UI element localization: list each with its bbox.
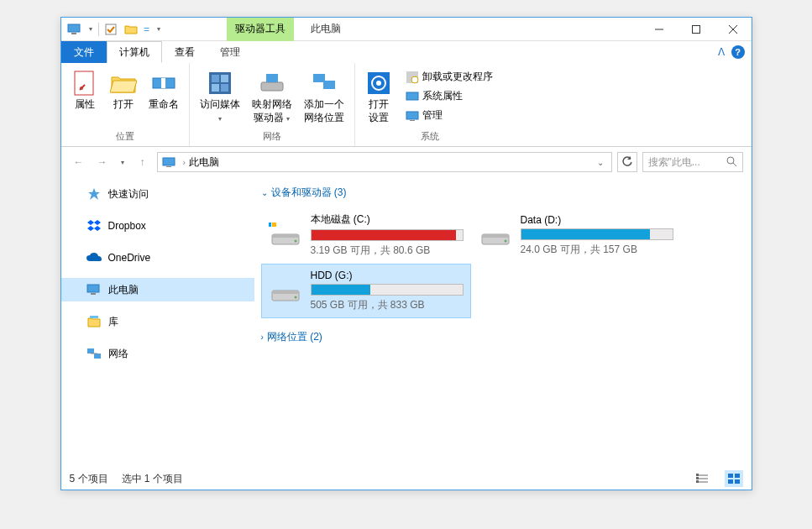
svg-rect-7 [75,71,93,95]
qat-this-pc-icon[interactable] [65,20,85,39]
back-button[interactable]: ← [70,153,88,171]
drive-item[interactable]: Data (D:)24.0 GB 可用，共 157 GB [471,207,681,264]
tab-view[interactable]: 查看 [162,41,207,63]
qat-separator [98,23,99,36]
add-location-icon [311,70,338,97]
sidebar-item-this-pc[interactable]: 此电脑 [61,278,254,301]
map-drive-icon [259,70,286,97]
properties-icon [71,70,98,97]
open-button[interactable]: 打开 [105,66,142,115]
details-view-button[interactable] [693,470,711,487]
ribbon-group-location: 属性 打开 重命名 位置 [61,63,190,146]
drive-icon [269,279,302,304]
minimize-button[interactable] [641,18,678,41]
manage-button[interactable]: 管理 [402,107,496,124]
sidebar-item-quick-access[interactable]: 快速访问 [61,182,254,206]
svg-rect-55 [696,477,699,479]
address-dropdown[interactable]: ⌄ [593,156,608,168]
maximize-button[interactable] [678,18,715,41]
drive-capacity-bar [311,284,464,296]
svg-rect-57 [728,474,733,478]
tab-manage[interactable]: 管理 [207,41,253,63]
forward-button[interactable]: → [93,153,112,171]
breadcrumb-chevron-icon[interactable]: › [183,158,186,167]
add-network-location-button[interactable]: 添加一个 网络位置 [299,66,349,128]
refresh-button[interactable] [617,152,637,172]
collapse-ribbon-icon[interactable]: ᐱ [718,46,725,58]
sidebar-item-libraries[interactable]: 库 [61,310,254,333]
ribbon-group-network: 访问媒体▾ 映射网络 驱动器 ▾ 添加一个 网络位置 网络 [190,63,355,146]
svg-rect-13 [221,75,228,82]
svg-point-50 [294,296,296,298]
drive-capacity-bar [521,228,673,240]
title-bar: ▾ = ▾ 驱动器工具 此电脑 [61,18,752,41]
drive-icon [479,223,512,248]
sidebar-item-network[interactable]: 网络 [61,342,254,365]
sidebar-item-dropbox[interactable]: Dropbox [61,214,254,238]
section-devices-drives[interactable]: ⌄ 设备和驱动器 (3) [261,184,745,207]
search-placeholder: 搜索"此电... [648,155,726,170]
uninstall-icon [406,71,419,84]
svg-rect-43 [269,223,271,227]
section-network-locations[interactable]: › 网络位置 (2) [261,328,745,351]
status-selection: 选中 1 个项目 [122,472,183,486]
uninstall-button[interactable]: 卸载或更改程序 [402,68,496,86]
window-controls [641,18,752,41]
svg-line-31 [733,163,736,166]
up-button[interactable]: ↑ [134,153,152,171]
svg-rect-32 [87,285,99,292]
main-area: 快速访问 Dropbox OneDrive 此电脑 库 [61,177,752,466]
qat-folder-icon[interactable] [121,20,141,39]
svg-rect-28 [163,158,175,165]
svg-point-22 [376,81,381,86]
tab-computer[interactable]: 计算机 [107,41,162,63]
breadcrumb-location[interactable]: 此电脑 [189,155,219,170]
help-icon[interactable]: ? [731,45,745,59]
svg-rect-59 [728,479,733,484]
svg-rect-12 [212,75,219,82]
access-media-button[interactable]: 访问媒体▾ [195,66,245,128]
onedrive-icon [86,250,102,265]
svg-rect-4 [692,25,699,33]
status-bar: 5 个项目 选中 1 个项目 [61,468,752,490]
close-button[interactable] [715,18,752,41]
qat-dropdown-2[interactable]: ▾ [153,25,165,33]
svg-rect-15 [221,84,228,92]
ribbon-group-label-network: 网络 [195,128,349,144]
svg-rect-54 [696,474,699,476]
dropbox-icon [86,218,102,233]
sidebar-item-onedrive[interactable]: OneDrive [61,246,254,270]
quick-access-toolbar: ▾ = ▾ [61,18,168,40]
ribbon-group-system: 打开 设置 卸载或更改程序 系统属性 管理 [355,63,505,146]
svg-rect-44 [272,223,276,227]
svg-rect-34 [90,316,98,318]
ribbon-group-label-location: 位置 [66,128,184,144]
search-box[interactable]: 搜索"此电... [642,152,743,172]
svg-point-8 [80,86,83,90]
system-properties-button[interactable]: 系统属性 [402,87,496,105]
drive-item[interactable]: 本地磁盘 (C:)3.19 GB 可用，共 80.6 GB [261,207,471,264]
qat-equals-icon[interactable]: = [141,24,153,35]
svg-rect-49 [272,291,299,294]
tab-file[interactable]: 文件 [61,41,107,63]
content-pane: ⌄ 设备和驱动器 (3) 本地磁盘 (C:)3.19 GB 可用，共 80.6 … [254,177,752,466]
svg-rect-35 [87,348,94,354]
open-settings-button[interactable]: 打开 设置 [360,66,397,128]
svg-rect-27 [410,120,415,121]
this-pc-sidebar-icon [86,282,102,297]
ribbon: 属性 打开 重命名 位置 [61,63,752,147]
svg-rect-18 [313,74,325,82]
properties-button[interactable]: 属性 [66,66,103,115]
svg-point-30 [727,157,734,164]
history-dropdown[interactable]: ▾ [117,153,128,171]
address-bar[interactable]: › 此电脑 ⌄ [157,152,612,172]
qat-dropdown-1[interactable]: ▾ [85,25,97,33]
open-folder-icon [110,70,137,97]
qat-checkbox-icon[interactable] [101,20,121,39]
drive-item[interactable]: HDD (G:)505 GB 可用，共 833 GB [261,264,471,318]
tiles-view-button[interactable] [725,470,743,487]
svg-rect-33 [91,293,96,295]
map-drive-button[interactable]: 映射网络 驱动器 ▾ [247,66,297,128]
rename-button[interactable]: 重命名 [144,66,184,115]
search-icon [726,155,737,170]
